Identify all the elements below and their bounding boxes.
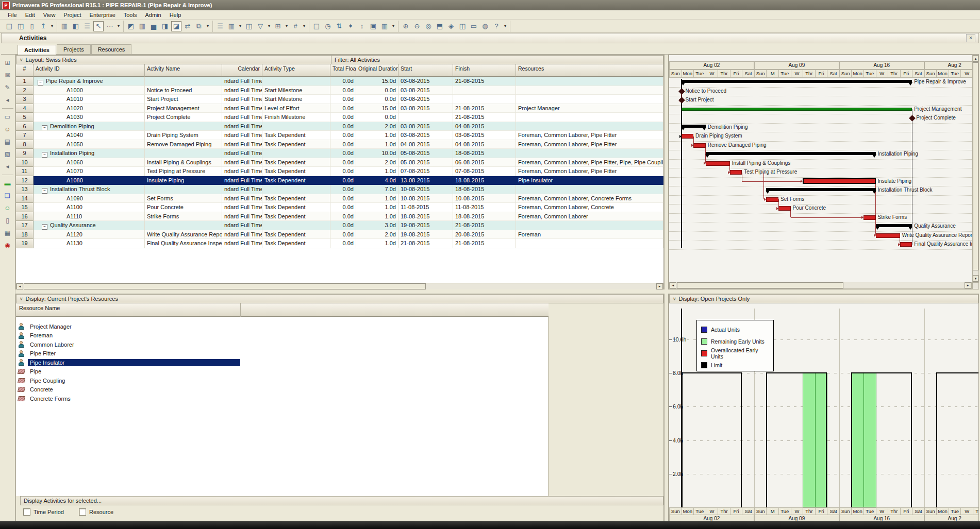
assignments-icon[interactable]: ☺ bbox=[3, 203, 13, 213]
import-icon[interactable]: ✉ bbox=[3, 70, 13, 80]
table-row[interactable]: 10A1060Install Piping & Couplingsndard F… bbox=[16, 158, 663, 167]
table-row[interactable]: 5A1030Project Completendard Full TimeFin… bbox=[16, 113, 663, 122]
column-header-start[interactable]: Start bbox=[398, 64, 453, 77]
tab-resources[interactable]: Resources bbox=[91, 44, 132, 54]
table-row-wbs[interactable]: 13−Installation Thrust Blockndard Full T… bbox=[16, 185, 663, 194]
scroll-left-icon[interactable]: ◂ bbox=[670, 282, 676, 288]
column-header-finish[interactable]: Finish bbox=[453, 64, 516, 77]
table-row[interactable]: 11A1070Test Piping at Pressurendard Full… bbox=[16, 167, 663, 176]
table-row[interactable]: 2A1000Notice to Proceedndard Full TimeSt… bbox=[16, 86, 663, 95]
scroll-thumb[interactable] bbox=[677, 282, 843, 288]
gantt-task-bar[interactable] bbox=[900, 242, 912, 247]
schedule-icon[interactable]: ◷ bbox=[323, 21, 333, 31]
resource-item[interactable]: Project Manager bbox=[18, 322, 240, 331]
tracking-icon[interactable]: ▧ bbox=[3, 149, 13, 159]
publish-icon[interactable]: ↥ bbox=[38, 21, 48, 31]
scroll-up-icon[interactable]: ▴ bbox=[973, 55, 978, 62]
scroll-thumb[interactable] bbox=[24, 283, 426, 289]
recalc-icon[interactable]: ▣ bbox=[368, 21, 378, 31]
print-more-icon[interactable]: ▾ bbox=[49, 21, 55, 31]
activity-details-icon[interactable]: ▤ bbox=[311, 21, 322, 31]
risks-icon[interactable]: ◉ bbox=[3, 240, 13, 250]
table-row-wbs[interactable]: 1−Pipe Repair & Improvendard Full Time0.… bbox=[16, 77, 663, 86]
zoom-fit-icon[interactable]: ◎ bbox=[423, 21, 434, 31]
table-row-selected[interactable]: 12A1080Insulate Pipingndard Full TimeTas… bbox=[16, 176, 663, 185]
remaining-units-bar[interactable] bbox=[863, 373, 876, 507]
store-period-icon[interactable]: ▥ bbox=[379, 21, 390, 31]
close-icon[interactable]: × bbox=[966, 34, 975, 42]
bars-icon[interactable]: ☰ bbox=[215, 21, 225, 31]
print-preview-icon[interactable]: ◫ bbox=[15, 21, 26, 31]
globe-icon[interactable]: ◍ bbox=[480, 21, 490, 31]
menu-view[interactable]: View bbox=[40, 11, 59, 19]
table-row-wbs[interactable]: 17−Quality Assurancendard Full Time0.0d3… bbox=[16, 221, 663, 230]
chart-box-icon[interactable]: ⧉ bbox=[194, 21, 204, 31]
export-icon[interactable]: ✎ bbox=[3, 82, 13, 93]
progress-spotlight-icon[interactable]: ⋯ bbox=[105, 21, 115, 31]
columns-more-icon[interactable]: ▾ bbox=[238, 21, 243, 31]
menu-help[interactable]: Help bbox=[166, 11, 185, 19]
gantt-task-bar[interactable] bbox=[863, 215, 876, 220]
collapse-icon[interactable]: − bbox=[42, 125, 47, 131]
collapse-icon[interactable]: − bbox=[42, 188, 47, 194]
gantt-vertical-scrollbar[interactable]: ▴▾ bbox=[972, 55, 979, 282]
resource-item[interactable]: Pipe Fitter bbox=[18, 349, 240, 359]
column-header-dur[interactable]: Original Duration bbox=[356, 64, 398, 77]
column-header-calendar[interactable]: Calendar bbox=[222, 64, 262, 77]
menu-project[interactable]: Project bbox=[60, 11, 85, 19]
wbs-view-icon[interactable]: ◩ bbox=[126, 21, 136, 31]
vertical-splitter-bottom[interactable] bbox=[664, 294, 669, 521]
print-icon[interactable]: ▤ bbox=[4, 21, 14, 31]
gantt-summary-bar[interactable] bbox=[706, 152, 876, 155]
menu-enterprise[interactable]: Enterprise bbox=[86, 11, 119, 19]
table-row[interactable]: 16A1110Strike Formsndard Full TimeTask D… bbox=[16, 212, 663, 221]
column-header-res[interactable]: Resources bbox=[516, 64, 663, 77]
table-row-wbs[interactable]: 6−Demolition Pipingndard Full Time0.0d2.… bbox=[16, 122, 663, 131]
trace-logic-icon[interactable]: ◨ bbox=[160, 21, 170, 31]
column-header-num[interactable]: # bbox=[16, 64, 34, 77]
layout-more-icon[interactable]: ▾ bbox=[205, 21, 210, 31]
collapse-left2-icon[interactable]: ◂ bbox=[3, 161, 13, 172]
table-row[interactable]: 19A1130Final Quality Assurance Inspectio… bbox=[16, 239, 663, 248]
zoom-more-icon[interactable]: ▾ bbox=[503, 21, 508, 31]
resources-display-bar[interactable]: ∨ Display: Current Project's Resources bbox=[16, 294, 663, 303]
resource-item[interactable]: Pipe bbox=[18, 367, 240, 377]
scroll-right-icon[interactable]: ▸ bbox=[656, 283, 663, 289]
collapse-icon[interactable]: − bbox=[42, 152, 47, 158]
checkbox-box[interactable] bbox=[23, 508, 30, 516]
pointer-tool-icon[interactable]: ↖ bbox=[93, 21, 104, 31]
remaining-units-bar[interactable] bbox=[803, 373, 816, 507]
resource-item[interactable]: Concrete Forms bbox=[18, 394, 240, 403]
remaining-units-bar[interactable] bbox=[851, 373, 864, 507]
group-icon[interactable]: ⊞ bbox=[273, 21, 283, 31]
reports-icon[interactable]: ▤ bbox=[3, 136, 13, 147]
layout-options-bar[interactable]: ∨ Layout: Swiss Rides Filter: All Activi… bbox=[16, 55, 663, 64]
table-view-icon[interactable]: ▦ bbox=[137, 21, 147, 31]
gantt-summary-bar[interactable] bbox=[682, 80, 912, 83]
menu-admin[interactable]: Admin bbox=[141, 11, 164, 19]
column-divider[interactable] bbox=[240, 303, 241, 317]
help-icon[interactable]: ? bbox=[491, 21, 502, 31]
column-header-name[interactable]: Activity Name bbox=[145, 64, 222, 77]
relationship-lines-icon[interactable]: ⇄ bbox=[182, 21, 193, 31]
zoom-in-icon[interactable]: ⊕ bbox=[401, 21, 411, 31]
gantt-milestone-icon[interactable] bbox=[678, 88, 685, 95]
notebook-icon[interactable]: ▭ bbox=[469, 21, 479, 31]
table-font-icon[interactable]: ◫ bbox=[244, 21, 254, 31]
gantt-summary-bar[interactable] bbox=[682, 125, 706, 128]
collapse-left-icon[interactable]: ◂ bbox=[3, 95, 13, 105]
expenses-icon[interactable]: ▦ bbox=[3, 228, 13, 238]
checkbox-resource[interactable]: Resource bbox=[79, 508, 113, 516]
timescale-icon[interactable]: ◈ bbox=[446, 21, 456, 31]
table-row[interactable]: 18A1120Write Quality Assurance Reportnda… bbox=[16, 230, 663, 240]
menu-tools[interactable]: Tools bbox=[120, 11, 141, 19]
menu-file[interactable]: File bbox=[4, 11, 21, 19]
scroll-left-icon[interactable]: ◂ bbox=[16, 283, 23, 289]
histogram-display-bar[interactable]: ∨ Display: Open Projects Only bbox=[669, 294, 978, 303]
details-view-icon[interactable]: ◪ bbox=[171, 21, 181, 31]
documents-icon[interactable]: ▯ bbox=[3, 215, 13, 226]
tab-activities[interactable]: Activities bbox=[18, 45, 56, 55]
gantt-task-bar[interactable] bbox=[778, 206, 791, 211]
table-row[interactable]: 8A1050Remove Damaged Pipingndard Full Ti… bbox=[16, 140, 663, 149]
collapse-icon[interactable]: − bbox=[42, 224, 47, 230]
